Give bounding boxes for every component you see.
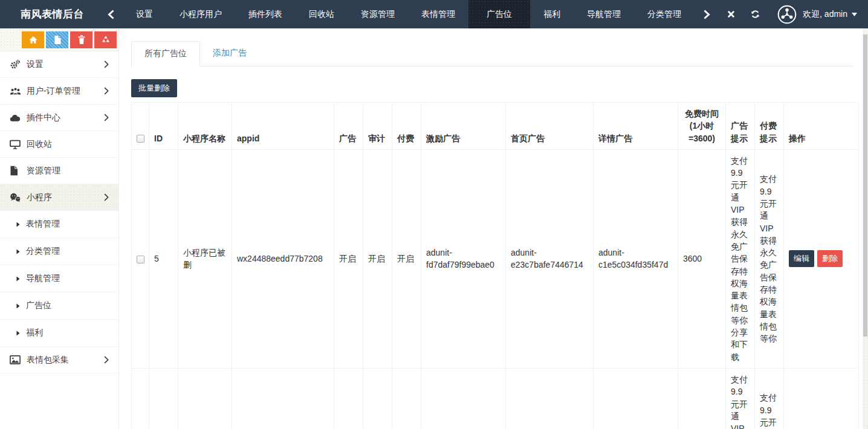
cell-name: 小程序已被删 xyxy=(178,149,232,368)
navbar-item-recycle-bin[interactable]: 回收站 xyxy=(296,0,348,28)
select-all-checkbox[interactable] xyxy=(137,135,144,143)
column-header: 免费时间(1小时=3600) xyxy=(678,103,726,150)
home-button[interactable] xyxy=(22,31,44,48)
top-navbar: 南风表情后台 设置小程序用户插件列表回收站资源管理表情管理广告位福利导航管理分类… xyxy=(0,0,868,28)
desktop-icon xyxy=(10,140,27,149)
trash-button[interactable] xyxy=(70,31,92,48)
refresh-icon[interactable] xyxy=(743,0,767,28)
caret-right-icon xyxy=(16,331,26,336)
navbar-item-resource[interactable]: 资源管理 xyxy=(348,0,408,28)
cell-actions: 编辑删除 xyxy=(784,368,859,429)
column-header: 审计 xyxy=(363,103,392,150)
navbar-item-category[interactable]: 分类管理 xyxy=(634,0,695,28)
file-icon xyxy=(53,35,62,45)
chevron-right-icon xyxy=(104,356,109,364)
tab-all-ad-slots[interactable]: 所有广告位 xyxy=(131,41,200,66)
table-row: 支付9.9元开通VIP获得永久免广告保存特权海量表情包等你分享和下载 支付9.9… xyxy=(132,368,859,429)
cell-home-ad: adunit-e23c7bafe7446714 xyxy=(506,149,594,368)
chevron-right-icon xyxy=(104,114,109,121)
cell-ad-tip: 支付9.9元开通VIP获得永久免广告保存特权海量表情包等你分享和下载 xyxy=(726,149,755,368)
cell-detail-ad xyxy=(594,368,678,429)
close-icon[interactable] xyxy=(719,0,743,28)
navbar-item-welfare[interactable]: 福利 xyxy=(530,0,574,28)
cell-pay xyxy=(392,368,421,429)
row-checkbox-cell xyxy=(132,149,149,368)
navbar-item-emoji[interactable]: 表情管理 xyxy=(408,0,468,28)
cell-appid: wx24488eedd77b7208 xyxy=(232,149,334,368)
navbar-item-ad-slot[interactable]: 广告位 xyxy=(468,0,530,28)
chevron-left-icon[interactable] xyxy=(99,0,123,28)
sidebar-subitem-category-mgmt[interactable]: 分类管理 xyxy=(0,238,118,265)
cell-free-time xyxy=(678,368,726,429)
cell-home-ad xyxy=(506,368,594,429)
cloud-icon xyxy=(10,114,27,122)
sidebar: 设置 用户-订单管理 插件中心 回收站 资源管理 小程序 xyxy=(0,28,119,429)
ad-slots-table: ID小程序名称appid广告审计付费激励广告首页广告详情广告免费时间(1小时=3… xyxy=(131,102,859,429)
cell-reward-ad xyxy=(421,368,506,429)
sidebar-item-emoji-collect[interactable]: 表情包采集 xyxy=(0,347,118,373)
column-header: 付费提示 xyxy=(755,103,784,150)
cell-name xyxy=(178,368,232,429)
column-header: 激励广告 xyxy=(421,103,506,150)
bulk-delete-button[interactable]: 批量删除 xyxy=(131,79,177,97)
sidebar-item-plugin-center[interactable]: 插件中心 xyxy=(0,105,118,131)
column-header: appid xyxy=(232,103,334,150)
navbar-item-settings[interactable]: 设置 xyxy=(123,0,166,28)
chevron-right-icon xyxy=(104,193,109,201)
select-all-cell xyxy=(132,103,149,150)
caret-right-icon xyxy=(16,303,26,309)
cell-free-time: 3600 xyxy=(678,149,726,368)
recycle-button[interactable] xyxy=(94,31,117,48)
file-button[interactable] xyxy=(46,31,68,48)
app-title: 南风表情后台 xyxy=(0,0,99,28)
sidebar-subitem-welfare[interactable]: 福利 xyxy=(0,320,118,347)
caret-right-icon xyxy=(16,222,26,227)
column-header: 付费 xyxy=(392,103,421,150)
table-header-row: ID小程序名称appid广告审计付费激励广告首页广告详情广告免费时间(1小时=3… xyxy=(132,103,859,150)
cell-ad-tip: 支付9.9元开通VIP获得永久免广告保存特权海量表情包等你分享和下载 xyxy=(726,368,755,429)
cell-audit xyxy=(363,368,392,429)
caret-right-icon xyxy=(16,249,26,254)
users-icon xyxy=(10,86,27,96)
tab-add-ad[interactable]: 添加广告 xyxy=(200,41,259,66)
chevron-right-icon xyxy=(104,60,109,68)
sidebar-subitem-nav-mgmt[interactable]: 导航管理 xyxy=(0,265,118,292)
document-icon xyxy=(10,166,27,176)
sidebar-subitem-emoji-mgmt[interactable]: 表情管理 xyxy=(0,211,118,238)
scrollbar-thumb[interactable] xyxy=(863,34,867,337)
caret-right-icon xyxy=(16,276,26,282)
user-menu[interactable]: 欢迎, admin xyxy=(803,9,857,20)
avatar-icon[interactable] xyxy=(777,5,797,24)
row-checkbox[interactable] xyxy=(137,256,144,263)
delete-button[interactable]: 删除 xyxy=(817,250,843,267)
window-scrollbar xyxy=(863,28,868,429)
cell-pay-tip: 支付9.9元开通VIP获得永久免广告保存特权海量表情包等你 xyxy=(755,368,784,429)
sidebar-item-user-orders[interactable]: 用户-订单管理 xyxy=(0,78,118,105)
sidebar-item-mini-program[interactable]: 小程序 xyxy=(0,184,118,211)
cell-actions: 编辑删除 xyxy=(784,149,859,368)
wechat-icon xyxy=(10,193,27,202)
edit-button[interactable]: 编辑 xyxy=(789,250,814,267)
navbar-item-mini-user[interactable]: 小程序用户 xyxy=(166,0,235,28)
cell-id xyxy=(149,368,178,429)
home-icon xyxy=(28,35,38,45)
tab-bar: 所有广告位添加广告 xyxy=(131,41,853,66)
chevron-right-icon[interactable] xyxy=(695,0,719,28)
column-header: 首页广告 xyxy=(506,103,594,150)
chevron-right-icon xyxy=(104,87,109,95)
cell-audit: 开启 xyxy=(363,149,392,368)
caret-down-icon xyxy=(852,13,857,16)
sidebar-subitem-ad-slot[interactable]: 广告位 xyxy=(0,292,118,320)
column-header: ID xyxy=(149,103,178,150)
column-header: 详情广告 xyxy=(594,103,678,150)
sidebar-item-resource-mgmt[interactable]: 资源管理 xyxy=(0,158,118,184)
cell-appid xyxy=(232,368,334,429)
sidebar-item-recycle-bin[interactable]: 回收站 xyxy=(0,131,118,158)
row-checkbox-cell xyxy=(132,368,149,429)
cell-reward-ad: adunit-fd7daf79f99ebae0 xyxy=(421,149,506,368)
main-content: 所有广告位添加广告 批量删除 ID小程序名称appid广告审计付费激励广告首页广… xyxy=(119,28,868,429)
cell-ad: 开启 xyxy=(334,149,363,368)
sidebar-item-settings[interactable]: 设置 xyxy=(0,51,118,78)
navbar-item-plugin-list[interactable]: 插件列表 xyxy=(235,0,296,28)
navbar-item-nav-mgmt[interactable]: 导航管理 xyxy=(574,0,634,28)
